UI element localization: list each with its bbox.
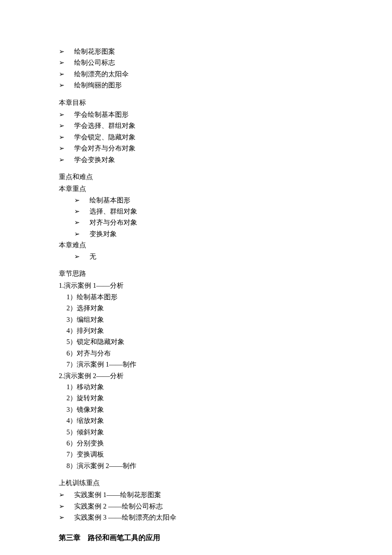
list-item: 7）变换调板 — [66, 449, 333, 460]
list-item: 5）倾斜对象 — [66, 427, 333, 438]
arrow-icon: ➢ — [59, 501, 64, 512]
lab-list: ➢实践案例 1——绘制花形图案 ➢实践案例 2 ——绘制公司标志 ➢实践案例 3… — [59, 489, 333, 523]
ideas-heading: 章节思路 — [59, 268, 333, 279]
lab-heading: 上机训练重点 — [59, 477, 333, 489]
arrow-icon: ➢ — [59, 109, 64, 120]
list-item: ➢绘制漂亮的太阳伞 — [59, 69, 333, 80]
list-item-text: 学会变换对象 — [74, 156, 115, 163]
arrow-icon: ➢ — [59, 512, 64, 523]
list-item: ➢绘制花形图案 — [59, 46, 333, 57]
list-item: ➢学会对齐与分布对象 — [59, 143, 333, 154]
key-points-list: ➢绘制基本图形 ➢选择、群组对象 ➢对齐与分布对象 ➢变换对象 — [74, 195, 333, 240]
list-item: ➢选择、群组对象 — [74, 206, 333, 217]
key-heading: 本章重点 — [59, 183, 333, 194]
list-item-text: 绘制基本图形 — [89, 197, 130, 204]
arrow-icon: ➢ — [59, 120, 64, 131]
list-item: ➢学会绘制基本图形 — [59, 109, 333, 120]
list-item: ➢实践案例 1——绘制花形图案 — [59, 489, 333, 500]
list-item-text: 绘制漂亮的太阳伞 — [74, 70, 129, 78]
list-item-text: 实践案例 3 ——绘制漂亮的太阳伞 — [74, 514, 176, 521]
list-item: 4）排列对象 — [66, 325, 333, 336]
list-item: ➢绘制基本图形 — [74, 195, 333, 206]
list-item: 7）演示案例 1——制作 — [66, 359, 333, 370]
arrow-icon: ➢ — [59, 489, 64, 500]
demo2-list: 1）移动对象 2）旋转对象 3）镜像对象 4）缩放对象 5）倾斜对象 6）分别变… — [66, 382, 333, 471]
diff-points-list: ➢无 — [74, 251, 333, 262]
demo1-heading: 1.演示案例 1——分析 — [59, 280, 333, 291]
list-item-text: 学会选择、群组对象 — [74, 122, 135, 129]
list-item: ➢学会锁定、隐藏对象 — [59, 132, 333, 143]
list-item: 6）分别变换 — [66, 438, 333, 449]
list-item-text: 实践案例 2 ——绘制公司标志 — [74, 503, 163, 510]
list-item: 2）旋转对象 — [66, 393, 333, 404]
list-item-text: 无 — [89, 253, 96, 260]
arrow-icon: ➢ — [74, 206, 80, 217]
list-item: ➢对齐与分布对象 — [74, 217, 333, 228]
list-item-text: 绘制花形图案 — [74, 48, 115, 55]
list-item-text: 学会对齐与分布对象 — [74, 145, 135, 152]
top-bullet-list: ➢绘制花形图案 ➢绘制公司标志 ➢绘制漂亮的太阳伞 ➢绘制绚丽的图形 — [59, 46, 333, 91]
list-item: 3）镜像对象 — [66, 404, 333, 415]
list-item: 5）锁定和隐藏对象 — [66, 336, 333, 347]
arrow-icon: ➢ — [74, 217, 80, 228]
list-item: ➢实践案例 2 ——绘制公司标志 — [59, 501, 333, 512]
list-item-text: 绘制绚丽的图形 — [74, 81, 122, 89]
list-item-text: 对齐与分布对象 — [89, 219, 137, 226]
list-item: 8）演示案例 2——制作 — [66, 460, 333, 471]
arrow-icon: ➢ — [59, 57, 64, 68]
list-item-text: 学会锁定、隐藏对象 — [74, 133, 135, 141]
list-item: 1）移动对象 — [66, 382, 333, 393]
list-item-text: 绘制公司标志 — [74, 59, 115, 66]
arrow-icon: ➢ — [59, 46, 64, 57]
list-item: 2）选择对象 — [66, 303, 333, 314]
goals-heading: 本章目标 — [59, 97, 333, 108]
list-item: 4）缩放对象 — [66, 415, 333, 426]
arrow-icon: ➢ — [59, 69, 64, 80]
arrow-icon: ➢ — [59, 132, 64, 143]
arrow-icon: ➢ — [59, 154, 64, 165]
list-item-text: 选择、群组对象 — [89, 208, 137, 215]
list-item-text: 学会绘制基本图形 — [74, 111, 129, 118]
key-diff-heading: 重点和难点 — [59, 171, 333, 182]
demo1-list: 1）绘制基本图形 2）选择对象 3）编组对象 4）排列对象 5）锁定和隐藏对象 … — [66, 292, 333, 370]
list-item: ➢绘制公司标志 — [59, 57, 333, 68]
diff-heading: 本章难点 — [59, 240, 333, 251]
list-item: ➢实践案例 3 ——绘制漂亮的太阳伞 — [59, 512, 333, 523]
list-item: ➢学会变换对象 — [59, 154, 333, 165]
arrow-icon: ➢ — [74, 195, 80, 206]
goals-list: ➢学会绘制基本图形 ➢学会选择、群组对象 ➢学会锁定、隐藏对象 ➢学会对齐与分布… — [59, 109, 333, 165]
arrow-icon: ➢ — [74, 251, 80, 262]
list-item: 1）绘制基本图形 — [66, 292, 333, 303]
arrow-icon: ➢ — [59, 143, 64, 154]
list-item: ➢变换对象 — [74, 228, 333, 240]
list-item: 6）对齐与分布 — [66, 348, 333, 359]
demo2-heading: 2.演示案例 2——分析 — [59, 370, 333, 382]
arrow-icon: ➢ — [74, 228, 80, 240]
list-item-text: 实践案例 1——绘制花形图案 — [74, 491, 161, 498]
list-item-text: 变换对象 — [89, 230, 117, 237]
list-item: ➢无 — [74, 251, 333, 262]
list-item: ➢绘制绚丽的图形 — [59, 80, 333, 91]
arrow-icon: ➢ — [59, 80, 64, 91]
chapter-title: 第三章 路径和画笔工具的应用 — [59, 532, 333, 544]
list-item: 3）编组对象 — [66, 314, 333, 325]
list-item: ➢学会选择、群组对象 — [59, 120, 333, 131]
